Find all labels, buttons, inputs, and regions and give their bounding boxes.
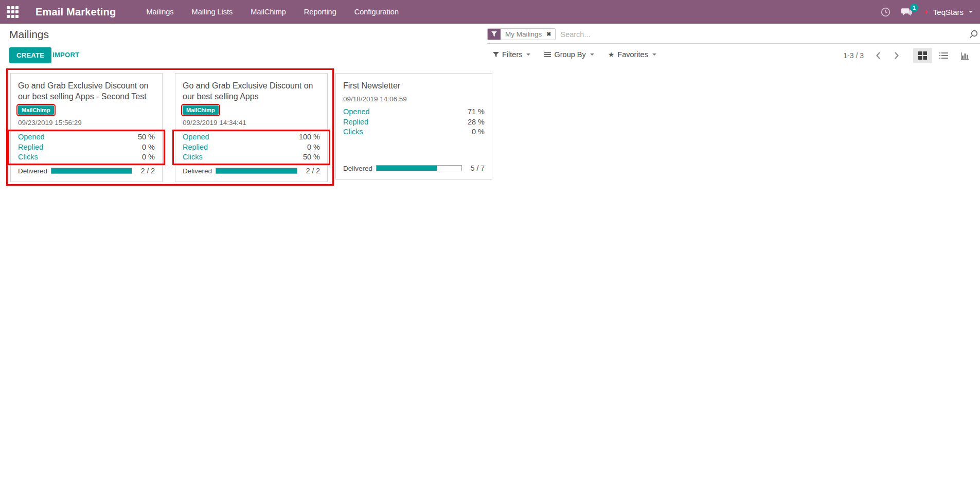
menu-mailings[interactable]: Mailings [145,1,174,23]
app-title[interactable]: Email Marketing [35,6,116,18]
stat-clicks-value: 0 % [472,127,485,137]
create-button[interactable]: CREATE [9,47,51,63]
stat-row: Opened 71 % [343,107,485,117]
mailing-date: 09/18/2019 14:06:59 [343,95,485,103]
stat-opened-value: 71 % [468,107,485,117]
kanban-card[interactable]: Go and Grab Exclusive Discount on our be… [175,73,328,182]
menu-configuration[interactable]: Configuration [353,1,400,23]
import-button[interactable]: IMPORT [52,51,79,59]
stat-replied-link[interactable]: Replied [343,117,368,128]
navbar-right: 1 ✶ TeqStars [881,7,973,17]
filters-label: Filters [502,50,522,59]
mailing-date: 09/23/2019 14:34:41 [183,119,320,127]
chevron-down-icon [590,53,594,56]
kanban-view-icon[interactable] [913,48,932,63]
badge-row: MailChimp [18,105,155,115]
group-by-dropdown[interactable]: Group By [544,50,594,59]
pager-next-icon[interactable] [894,51,899,60]
search-facet: My Mailings ✖ [487,28,556,40]
stat-replied-value: 0 % [307,142,320,153]
filters-dropdown[interactable]: Filters [493,50,530,59]
stat-opened-value: 50 % [138,132,155,142]
menu-reporting[interactable]: Reporting [303,1,337,23]
mailing-stats: Opened 50 % Replied 0 % Clicks 0 % [8,130,165,165]
kanban-card[interactable]: Go and Grab Exclusive Discount on our be… [10,73,163,182]
stat-clicks-link[interactable]: Clicks [183,152,203,163]
user-name: TeqStars [933,8,964,16]
mailing-stats: Opened 100 % Replied 0 % Clicks 50 % [172,130,330,165]
delivered-row: Delivered 2 / 2 [18,167,155,175]
top-menu: Mailings Mailing Lists MailChimp Reporti… [145,1,400,23]
activities-clock-icon[interactable] [881,7,890,17]
stat-row: Replied 28 % [343,117,485,128]
stat-row: Clicks 0 % [343,127,485,137]
stat-opened-link[interactable]: Opened [343,107,370,117]
star-icon: ★ [608,51,615,58]
search-input[interactable] [560,30,969,39]
user-menu[interactable]: ✶ TeqStars [923,8,973,16]
stat-opened-link[interactable]: Opened [183,132,209,142]
list-view-icon[interactable] [934,48,953,63]
stat-replied-value: 28 % [468,117,485,128]
delivered-label: Delivered [18,167,51,175]
delivered-progress-bar [216,168,297,174]
stat-opened-link[interactable]: Opened [18,132,45,142]
chevron-down-icon [969,11,973,13]
mailchimp-badge: MailChimp [183,105,219,115]
delivered-row: Delivered 2 / 2 [183,167,320,175]
stat-clicks-link[interactable]: Clicks [343,127,363,137]
menu-mailing-lists[interactable]: Mailing Lists [191,1,234,23]
mailing-title[interactable]: Go and Grab Exclusive Discount on our be… [183,80,320,102]
badge-row: MailChimp [183,105,320,115]
top-navbar: Email Marketing Mailings Mailing Lists M… [0,0,980,24]
mailing-title[interactable]: Go and Grab Exclusive Discount on our be… [18,80,155,102]
delivered-value: 5 / 7 [468,164,485,172]
delivered-value: 2 / 2 [303,167,320,175]
favorites-dropdown[interactable]: ★ Favorites [608,50,656,59]
stat-clicks-link[interactable]: Clicks [18,152,38,163]
stat-clicks-value: 50 % [303,152,320,163]
delivered-progress-bar [376,165,462,171]
filter-funnel-icon [488,29,501,40]
stat-row: Clicks 0 % [18,152,155,163]
search-icon[interactable] [969,30,978,39]
messages-icon[interactable]: 1 [901,7,913,17]
pager-arrows [876,51,899,60]
chevron-down-icon [652,53,656,56]
mailing-stats: Opened 71 % Replied 28 % Clicks 0 % [343,106,485,138]
pager-previous-icon[interactable] [876,51,881,60]
mailing-title[interactable]: First Newsletter [343,80,485,91]
pager-value: 1-3 / 3 [843,51,864,60]
delivered-label: Delivered [183,167,216,175]
stat-replied-link[interactable]: Replied [183,142,208,153]
control-panel-top: Mailings My Mailings ✖ [0,24,980,44]
stat-replied-link[interactable]: Replied [18,142,43,153]
delivered-value: 2 / 2 [138,167,155,175]
company-logo-icon: ✶ [923,9,929,15]
view-switcher [913,48,974,63]
messages-count-badge: 1 [910,4,918,12]
graph-view-icon[interactable] [955,48,974,63]
stat-replied-value: 0 % [142,142,155,153]
search-options: Filters Group By ★ Favorites [493,50,656,59]
group-by-icon [544,51,551,58]
stat-row: Replied 0 % [183,142,320,153]
delivered-progress-bar [51,168,132,174]
delivered-label: Delivered [343,165,376,172]
favorites-label: Favorites [617,50,648,59]
delivered-row: Delivered 5 / 7 [343,164,485,172]
mailchimp-badge: MailChimp [18,105,54,115]
apps-menu-icon[interactable] [7,6,19,18]
kanban-card[interactable]: First Newsletter 09/18/2019 14:06:59 Ope… [335,73,492,180]
stat-row: Clicks 50 % [183,152,320,163]
stat-row: Replied 0 % [18,142,155,153]
kanban-view: Go and Grab Exclusive Discount on our be… [0,67,980,478]
search-bar[interactable]: My Mailings ✖ [487,28,980,44]
stat-clicks-value: 0 % [142,152,155,163]
control-panel-buttons: CREATE IMPORT Filters Group By ★ Favorit… [0,44,980,67]
menu-mailchimp[interactable]: MailChimp [250,1,287,23]
stat-opened-value: 100 % [299,132,320,142]
mailing-date: 09/23/2019 15:56:29 [18,119,155,127]
facet-remove-icon[interactable]: ✖ [546,29,555,40]
filter-icon [493,51,499,58]
